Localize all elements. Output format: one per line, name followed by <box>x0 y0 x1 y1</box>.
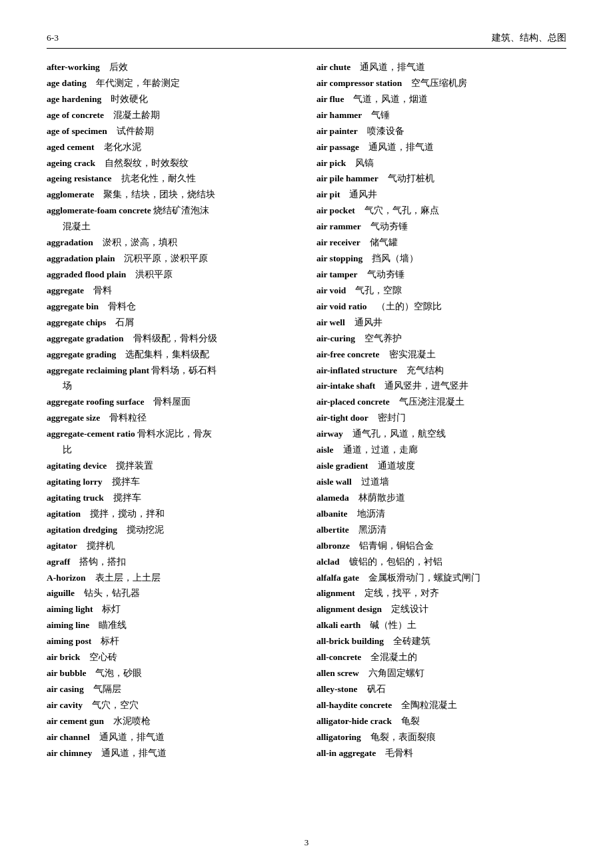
list-item: aiming light 标灯 <box>47 603 297 617</box>
list-item: A-horizon 表土层，上土层 <box>47 571 297 585</box>
list-item: agitating truck 搅拌车 <box>47 491 297 505</box>
list-item: air pocket 气穴，气孔，麻点 <box>316 204 566 218</box>
list-item: agitation 搅拌，搅动，拌和 <box>47 507 297 521</box>
list-item: age of specimen 试件龄期 <box>47 125 297 139</box>
list-item: albronze 铝青铜，铜铝合金 <box>316 539 566 553</box>
list-item: air bubble 气泡，砂眼 <box>47 667 297 681</box>
list-item: aggregate 骨料 <box>47 284 297 298</box>
list-item: air channel 通风道，排气道 <box>47 731 297 745</box>
content-area: after-working 后效age dating 年代测定，年龄测定age … <box>47 61 566 763</box>
list-item: air rammer 气动夯锤 <box>316 220 566 234</box>
list-item: ageing crack 自然裂纹，时效裂纹 <box>47 157 297 171</box>
list-item: allen screw 六角固定螺钉 <box>316 667 566 681</box>
list-item: agitating lorry 搅拌车 <box>47 475 297 489</box>
list-item: alligator-hide crack 龟裂 <box>316 715 566 729</box>
list-item: agglomerate 聚集，结块，团块，烧结块 <box>47 188 297 202</box>
list-item: aggregate size 骨料粒径 <box>47 411 297 425</box>
list-item: aggregate bin 骨料仓 <box>47 300 297 314</box>
list-item: aiming line 瞄准线 <box>47 619 297 633</box>
list-item: air flue 气道，风道，烟道 <box>316 93 566 107</box>
list-item: alameda 林荫散步道 <box>316 491 566 505</box>
list-item: air-curing 空气养护 <box>316 332 566 346</box>
list-item: aggradation plain 沉积平原，淤积平原 <box>47 252 297 266</box>
list-item: air pit 通风井 <box>316 188 566 202</box>
list-item: air brick 空心砖 <box>47 651 297 665</box>
list-item: aggregate grading 选配集料，集料级配 <box>47 348 297 362</box>
right-column: air chute 通风道，排气道air compressor station … <box>310 61 566 763</box>
list-item: agitating device 搅拌装置 <box>47 459 297 473</box>
list-item: aggregate chips 石屑 <box>47 316 297 330</box>
list-item: albanite 地沥清 <box>316 507 566 521</box>
list-item: alligatoring 龟裂，表面裂痕 <box>316 731 566 745</box>
list-item: 比 <box>47 443 297 457</box>
list-item: alfalfa gate 金属板滑动门，螺旋式闸门 <box>316 571 566 585</box>
list-item: air chute 通风道，排气道 <box>316 61 566 75</box>
list-item: air tamper 气动夯锤 <box>316 268 566 282</box>
list-item: air chimney 通风道，排气道 <box>47 747 297 761</box>
list-item: age hardening 时效硬化 <box>47 93 297 107</box>
list-item: alignment 定线，找平，对齐 <box>316 587 566 601</box>
list-item: all-haydite concrete 全陶粒混凝土 <box>316 699 566 713</box>
list-item: airway 通气孔，风道，航空线 <box>316 427 566 441</box>
list-item: air pile hammer 气动打桩机 <box>316 172 566 186</box>
list-item: air compressor station 空气压缩机房 <box>316 77 566 91</box>
page: 6-3 建筑、结构、总图 after-working 后效age dating … <box>0 0 613 868</box>
list-item: 场 <box>47 379 297 393</box>
list-item: all-concrete 全混凝土的 <box>316 651 566 665</box>
list-item: air hammer 气锤 <box>316 109 566 123</box>
list-item: air cavity 气穴，空穴 <box>47 699 297 713</box>
list-item: aggregate gradation 骨料级配，骨料分级 <box>47 332 297 346</box>
list-item: aisle wall 过道墙 <box>316 475 566 489</box>
list-item: air passage 通风道，排气道 <box>316 141 566 155</box>
list-item: aiguille 钻头，钻孔器 <box>47 587 297 601</box>
page-footer: 3 <box>0 837 613 848</box>
list-item: alley-stone 矾石 <box>316 683 566 697</box>
list-item: age dating 年代测定，年龄测定 <box>47 77 297 91</box>
list-item: aiming post 标杆 <box>47 635 297 649</box>
list-item: air void 气孔，空隙 <box>316 284 566 298</box>
header-page-number: 6-3 <box>47 33 59 43</box>
footer-page-number: 3 <box>305 837 309 847</box>
list-item: ageing resistance 抗老化性，耐久性 <box>47 172 297 186</box>
list-item: air pick 风镐 <box>316 157 566 171</box>
list-item: agraff 搭钩，搭扣 <box>47 555 297 569</box>
page-header: 6-3 建筑、结构、总图 <box>47 32 566 49</box>
list-item: agitation dredging 搅动挖泥 <box>47 523 297 537</box>
left-column: after-working 后效age dating 年代测定，年龄测定age … <box>47 61 310 763</box>
list-item: 混凝土 <box>47 220 297 234</box>
list-item: air-free concrete 密实混凝土 <box>316 348 566 362</box>
list-item: all-in aggregate 毛骨料 <box>316 747 566 761</box>
list-item: agitator 搅拌机 <box>47 539 297 553</box>
list-item: aisle 通道，过道，走廊 <box>316 443 566 457</box>
list-item: albertite 黑沥清 <box>316 523 566 537</box>
list-item: air receiver 储气罐 <box>316 236 566 250</box>
list-item: air casing 气隔层 <box>47 683 297 697</box>
list-item: all-brick building 全砖建筑 <box>316 635 566 649</box>
list-item: air-placed concrete 气压浇注混凝土 <box>316 395 566 409</box>
header-title: 建筑、结构、总图 <box>492 32 566 44</box>
list-item: alignment design 定线设计 <box>316 603 566 617</box>
list-item: air painter 喷漆设备 <box>316 125 566 139</box>
list-item: air well 通风井 <box>316 316 566 330</box>
list-item: air cement gun 水泥喷枪 <box>47 715 297 729</box>
list-item: air void ratio （土的）空隙比 <box>316 300 566 314</box>
list-item: aggregate-cement ratio 骨料水泥比，骨灰 <box>47 427 297 441</box>
list-item: aged cement 老化水泥 <box>47 141 297 155</box>
list-item: age of concrete 混凝土龄期 <box>47 109 297 123</box>
list-item: air-intake shaft 通风竖井，进气竖井 <box>316 379 566 393</box>
list-item: after-working 后效 <box>47 61 297 75</box>
list-item: alclad 镀铝的，包铝的，衬铝 <box>316 555 566 569</box>
list-item: aggregate reclaiming plant 骨料场，砾石料 <box>47 364 297 378</box>
list-item: air stopping 挡风（墙） <box>316 252 566 266</box>
list-item: aggregate roofing surface 骨料屋面 <box>47 395 297 409</box>
list-item: aisle gradient 通道坡度 <box>316 459 566 473</box>
list-item: agglomerate-foam concrete 烧结矿渣泡沫 <box>47 204 297 218</box>
list-item: aggraded flood plain 洪积平原 <box>47 268 297 282</box>
list-item: air-inflated structure 充气结构 <box>316 364 566 378</box>
list-item: air-tight door 密封门 <box>316 411 566 425</box>
list-item: aggradation 淤积，淤高，填积 <box>47 236 297 250</box>
list-item: alkali earth 碱（性）土 <box>316 619 566 633</box>
